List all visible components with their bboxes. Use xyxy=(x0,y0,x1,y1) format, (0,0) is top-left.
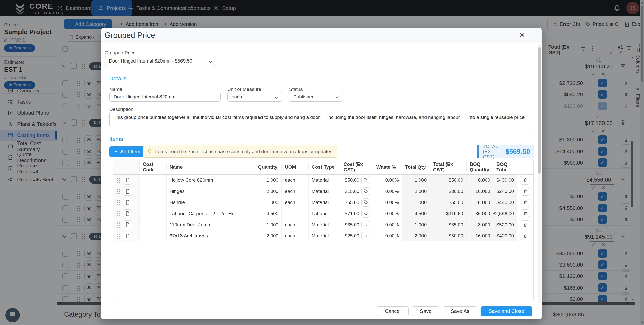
waste-cell: 0.00% xyxy=(373,186,402,197)
total-qty-cell: 1.000 xyxy=(402,175,430,186)
total-qty-cell: 1.000 xyxy=(402,219,430,230)
name-cell: Handle xyxy=(166,197,255,208)
drag-handle-icon[interactable] xyxy=(116,177,120,183)
cost-tag-button[interactable] xyxy=(361,176,370,184)
cost-code-cell xyxy=(139,186,166,197)
save-button[interactable]: Save xyxy=(412,306,439,316)
boq-total-cell: $240.00 xyxy=(493,186,517,197)
boq-quantity-cell: 8.000 xyxy=(466,197,493,208)
header-cell-cost-code: Cost Code xyxy=(139,161,166,173)
quantity-cell: 2.000 xyxy=(255,230,281,241)
cancel-button[interactable]: Cancel xyxy=(377,306,409,316)
cost-cell: $65.00 xyxy=(340,219,373,230)
delete-row-button[interactable] xyxy=(521,187,530,196)
status-label: Status xyxy=(289,87,303,92)
cost-cell: $15.00 xyxy=(340,186,373,197)
name-field[interactable]: Door Hinged Internal 820mm xyxy=(109,92,221,102)
grouped-price-select[interactable]: Door Hinged Internal 820mm - $569.50 xyxy=(105,56,216,66)
drag-handle-icon[interactable] xyxy=(116,233,120,239)
row-document-button[interactable] xyxy=(123,198,132,207)
cost-value: $71.00 xyxy=(345,211,359,216)
cost-tag-button[interactable] xyxy=(361,221,370,229)
quantity-cell: 4.500 xyxy=(255,208,281,219)
boq-total-cell: $440.00 xyxy=(493,197,517,208)
scroll-thumb[interactable] xyxy=(538,47,541,174)
total-ex-gst-cell: $30.00 xyxy=(430,186,466,197)
modal-title: Grouped Price xyxy=(105,31,155,40)
name-cell: Hinges xyxy=(166,186,255,197)
cost-type-cell: Material xyxy=(308,197,340,208)
boq-total-cell: $400.00 xyxy=(493,175,517,186)
table-row: 67x18 Architraves2.000eachMaterial$25.00… xyxy=(113,230,533,241)
total-qty-cell: 4.500 xyxy=(402,208,430,219)
delete-row-button[interactable] xyxy=(521,176,530,185)
cost-tag-button[interactable] xyxy=(361,187,370,195)
header-cell-total-ex-gst-: Total (Ex GST) xyxy=(430,161,466,173)
boq-quantity-cell: 16.000 xyxy=(466,186,493,197)
items-table: Cost CodeNameQuantityUOMCost TypeCost (E… xyxy=(113,159,534,301)
row-document-button[interactable] xyxy=(123,176,132,185)
total-qty-cell: 2.000 xyxy=(402,186,430,197)
cost-type-cell: Material xyxy=(308,219,340,230)
table-row: Handle1.000eachMaterial$55.000.00%1.000$… xyxy=(113,197,533,208)
boq-total-cell: $520.00 xyxy=(493,219,517,230)
price-list-tip: Items from the Price List use base costs… xyxy=(143,146,337,158)
boq-quantity-cell: 36.000 xyxy=(466,208,493,219)
cost-type-cell: Material xyxy=(308,230,340,241)
delete-row-button[interactable] xyxy=(521,198,530,207)
add-item-button[interactable]: +Add Item xyxy=(109,146,146,157)
save-as-button[interactable]: Save As xyxy=(443,306,477,316)
delete-row-button[interactable] xyxy=(521,232,530,240)
drag-handle-icon[interactable] xyxy=(116,222,120,228)
row-handle-cell xyxy=(113,175,139,186)
cost-tag-button[interactable] xyxy=(361,210,370,218)
uom-cell: each xyxy=(281,175,308,186)
drag-handle-icon[interactable] xyxy=(116,211,120,216)
cost-tag-button[interactable] xyxy=(361,232,370,240)
cost-code-cell xyxy=(139,230,166,241)
quantity-cell: 2.000 xyxy=(255,186,281,197)
row-document-button[interactable] xyxy=(123,209,132,218)
items-section: Items +Add Item Items from the Price Lis… xyxy=(105,134,534,303)
drag-handle-icon[interactable] xyxy=(116,200,120,205)
cost-value: $50.00 xyxy=(345,177,359,183)
group-total-label: TOTAL (EX GST) xyxy=(483,144,502,160)
drag-handle-icon[interactable] xyxy=(116,189,120,194)
chevron-down-icon xyxy=(335,95,339,99)
table-row: 110mm Door Jamb1.000eachMaterial$65.000.… xyxy=(113,219,533,230)
waste-cell: 0.00% xyxy=(373,208,402,219)
row-actions-cell xyxy=(517,186,533,197)
header-cell-quantity: Quantity xyxy=(255,164,281,170)
row-actions-cell xyxy=(517,208,533,219)
uom-select[interactable]: each xyxy=(227,92,282,102)
description-textarea[interactable]: This group price bundles together all th… xyxy=(109,112,530,127)
row-handle-cell xyxy=(113,219,139,230)
total-ex-gst-cell: $50.00 xyxy=(430,230,466,241)
total-ex-gst-cell: $55.00 xyxy=(430,197,466,208)
table-row: Hollow Core 820mm1.000eachMaterial$50.00… xyxy=(113,175,533,186)
modal-scrollbar[interactable] xyxy=(538,44,541,318)
close-icon[interactable]: ✕ xyxy=(519,31,525,39)
row-document-button[interactable] xyxy=(123,187,132,196)
delete-row-button[interactable] xyxy=(521,220,530,229)
boq-quantity-cell: 16.000 xyxy=(466,230,493,241)
save-and-close-button[interactable]: Save and Close xyxy=(481,306,532,316)
delete-row-button[interactable] xyxy=(521,209,530,218)
status-select[interactable]: Published xyxy=(289,92,343,102)
uom-cell xyxy=(281,208,308,219)
row-document-button[interactable] xyxy=(123,220,132,229)
cost-cell: $55.00 xyxy=(340,197,373,208)
header-cell-waste-: Waste % xyxy=(373,164,402,170)
total-qty-cell: 2.000 xyxy=(402,230,430,241)
cost-tag-button[interactable] xyxy=(361,198,370,207)
cost-cell: $71.00 xyxy=(340,208,373,219)
items-table-header: Cost CodeNameQuantityUOMCost TypeCost (E… xyxy=(113,159,533,175)
row-actions-cell xyxy=(517,230,533,241)
header-cell-cost-ex-gst-: Cost (Ex GST) xyxy=(340,161,373,173)
name-cell: 67x18 Architraves xyxy=(166,230,255,241)
row-document-button[interactable] xyxy=(123,232,132,240)
items-section-title: Items xyxy=(109,136,123,143)
cost-cell: $50.00 xyxy=(340,175,373,186)
group-total-box: TOTAL (EX GST) $569.50 xyxy=(477,145,534,158)
uom-cell: each xyxy=(281,219,308,230)
